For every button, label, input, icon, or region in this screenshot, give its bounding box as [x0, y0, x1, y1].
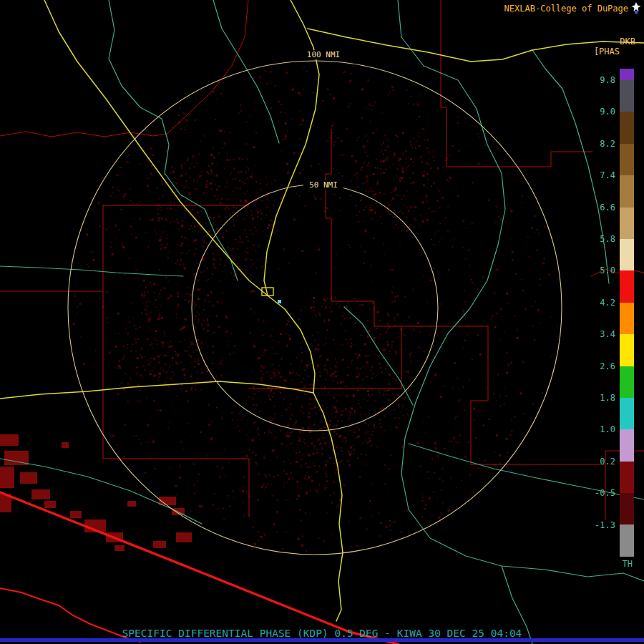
- radar-site-marker: [278, 300, 281, 303]
- county-border-lines: [0, 0, 644, 519]
- colorbar: [620, 69, 634, 557]
- range-ring-labels: 100 NMI50 NMI: [303, 50, 343, 190]
- colorbar-tick-label: -0.5: [595, 488, 615, 498]
- colorbar-tick-label: 7.4: [600, 170, 615, 180]
- colorbar-segment: [620, 270, 634, 302]
- colorbar-segment: [620, 239, 634, 270]
- colorbar-tick-label: -1.3: [595, 520, 615, 530]
- range-rings: [68, 61, 562, 555]
- colorbar-unit-label: DKB: [620, 36, 635, 47]
- bottom-border-line: [0, 638, 644, 642]
- colorbar-tick-label: 1.0: [600, 424, 615, 434]
- colorbar-segment: [620, 144, 634, 175]
- colorbar-tick-label: 5.0: [600, 265, 615, 275]
- colorbar-tick-label: 2.6: [600, 361, 615, 371]
- state-border-lines: [0, 492, 398, 644]
- colorbar-tick-label: 9.0: [600, 107, 615, 117]
- colorbar-segment: [620, 398, 634, 429]
- colorbar-segment: [620, 429, 634, 461]
- range-ring-label: 100 NMI: [307, 50, 340, 59]
- colorbar-segment: [620, 462, 634, 493]
- colorbar-tick-label: 3.4: [600, 329, 615, 339]
- colorbar-segment: [620, 525, 634, 556]
- colorbar-segment: [620, 493, 634, 525]
- colorbar-segment: [620, 69, 634, 80]
- product-caption: SPECIFIC DIFFERENTIAL PHASE (KDP) 0.5 DE…: [0, 628, 644, 639]
- colorbar-bottom-label: TH: [623, 559, 633, 569]
- colorbar-tick-label: 0.2: [600, 457, 615, 467]
- colorbar-segment: [620, 303, 634, 334]
- colorbar-segment: [620, 175, 634, 207]
- colorbar-segment: [620, 112, 634, 143]
- sparkle-icon: [631, 2, 641, 14]
- colorbar-segment: [620, 366, 634, 398]
- range-ring-label: 50 NMI: [309, 180, 338, 190]
- colorbar-phase-label: [PHAS: [594, 47, 620, 57]
- colorbar-segment: [620, 80, 634, 112]
- echo-blobs: [0, 434, 192, 551]
- colorbar-tick-label: 6.6: [600, 203, 615, 213]
- colorbar-tick-label: 1.8: [600, 393, 615, 403]
- colorbar-tick-label: 4.2: [600, 298, 615, 308]
- colorbar-tick-label: 8.2: [600, 139, 615, 149]
- colorbar-segment: [620, 334, 634, 366]
- radar-screen: 100 NMI50 NMI NEXLAB-College of DuPage D…: [0, 0, 644, 644]
- colorbar-segment: [620, 208, 634, 239]
- colorbar-tick-label: 5.8: [600, 234, 615, 244]
- echo-speckles: [73, 67, 559, 552]
- brand-title: NEXLAB-College of DuPage: [504, 4, 628, 14]
- radar-map: 100 NMI50 NMI: [0, 0, 644, 644]
- river-lines: [0, 0, 644, 644]
- colorbar-tick-label: 9.8: [600, 75, 615, 85]
